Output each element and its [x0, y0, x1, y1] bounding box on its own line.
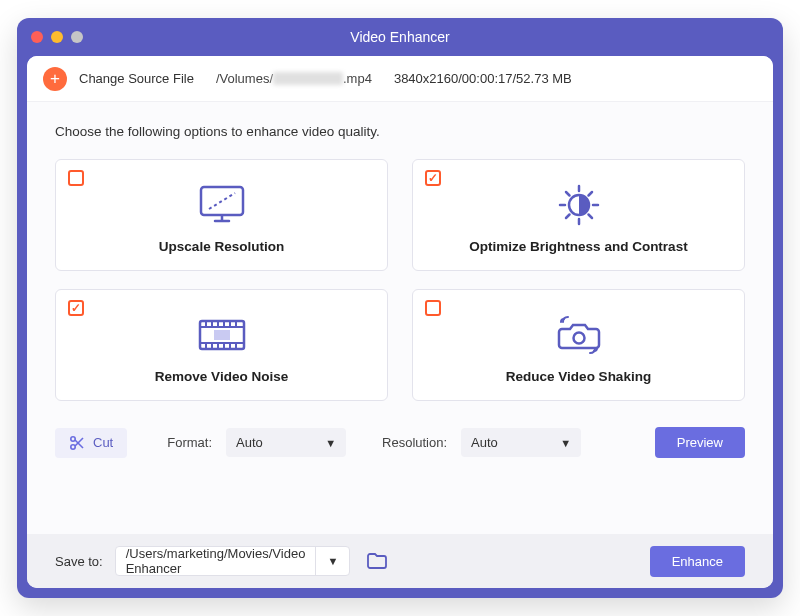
- checkbox-brightness[interactable]: [425, 170, 441, 186]
- source-path-prefix: /Volumes/: [216, 71, 273, 86]
- camera-shake-icon: [550, 311, 608, 359]
- preview-button[interactable]: Preview: [655, 427, 745, 458]
- format-select[interactable]: Auto ▼: [226, 428, 346, 457]
- instruction-text: Choose the following options to enhance …: [55, 124, 745, 139]
- source-info: 3840x2160/00:00:17/52.73 MB: [394, 71, 572, 86]
- chevron-down-icon: ▼: [325, 437, 336, 449]
- monitor-icon: [195, 181, 249, 229]
- save-path-dropdown[interactable]: ▼: [315, 547, 349, 575]
- format-label: Format:: [167, 435, 212, 450]
- content-panel: + Change Source File /Volumes/ .mp4 3840…: [27, 56, 773, 588]
- minimize-window-button[interactable]: [51, 31, 63, 43]
- chevron-down-icon: ▼: [327, 555, 338, 567]
- svg-line-9: [566, 192, 570, 196]
- card-label: Upscale Resolution: [159, 239, 284, 254]
- svg-line-10: [588, 214, 592, 218]
- cut-label: Cut: [93, 435, 113, 450]
- card-label: Remove Video Noise: [155, 369, 288, 384]
- maximize-window-button[interactable]: [71, 31, 83, 43]
- change-source-button[interactable]: Change Source File: [79, 71, 194, 86]
- brightness-icon: [553, 181, 605, 229]
- resolution-label: Resolution:: [382, 435, 447, 450]
- source-path: /Volumes/ .mp4: [216, 71, 372, 86]
- controls-row: Cut Format: Auto ▼ Resolution: Auto ▼ Pr…: [55, 401, 745, 458]
- open-folder-button[interactable]: [362, 546, 392, 576]
- close-window-button[interactable]: [31, 31, 43, 43]
- window-controls: [17, 31, 83, 43]
- svg-line-12: [588, 192, 592, 196]
- svg-line-1: [209, 193, 235, 209]
- card-label: Reduce Video Shaking: [506, 369, 651, 384]
- checkbox-upscale[interactable]: [68, 170, 84, 186]
- save-path-text: /Users/marketing/Movies/Video Enhancer: [116, 546, 316, 576]
- resolution-select[interactable]: Auto ▼: [461, 428, 581, 457]
- footer-bar: Save to: /Users/marketing/Movies/Video E…: [27, 534, 773, 588]
- save-path-field[interactable]: /Users/marketing/Movies/Video Enhancer ▼: [115, 546, 351, 576]
- scissors-icon: [69, 435, 85, 451]
- app-window: Video Enhancer + Change Source File /Vol…: [17, 18, 783, 598]
- card-label: Optimize Brightness and Contrast: [469, 239, 687, 254]
- card-brightness-contrast[interactable]: Optimize Brightness and Contrast: [412, 159, 745, 271]
- chevron-down-icon: ▼: [560, 437, 571, 449]
- svg-point-29: [573, 332, 584, 343]
- titlebar: Video Enhancer: [17, 18, 783, 56]
- format-value: Auto: [236, 435, 263, 450]
- add-source-icon[interactable]: +: [43, 67, 67, 91]
- resolution-value: Auto: [471, 435, 498, 450]
- source-path-suffix: .mp4: [343, 71, 372, 86]
- cut-button[interactable]: Cut: [55, 428, 127, 458]
- card-upscale-resolution[interactable]: Upscale Resolution: [55, 159, 388, 271]
- svg-rect-0: [201, 187, 243, 215]
- option-grid: Upscale Resolution: [55, 159, 745, 401]
- source-path-redacted: [273, 72, 343, 85]
- main-content: Choose the following options to enhance …: [27, 102, 773, 534]
- checkbox-denoise[interactable]: [68, 300, 84, 316]
- checkbox-deshake[interactable]: [425, 300, 441, 316]
- card-remove-noise[interactable]: Remove Video Noise: [55, 289, 388, 401]
- save-to-label: Save to:: [55, 554, 103, 569]
- folder-icon: [367, 553, 387, 569]
- source-bar: + Change Source File /Volumes/ .mp4 3840…: [27, 56, 773, 102]
- filmstrip-icon: [194, 311, 250, 359]
- svg-line-11: [566, 214, 570, 218]
- enhance-button[interactable]: Enhance: [650, 546, 745, 577]
- window-title: Video Enhancer: [17, 29, 783, 45]
- card-reduce-shaking[interactable]: Reduce Video Shaking: [412, 289, 745, 401]
- svg-rect-28: [214, 330, 230, 340]
